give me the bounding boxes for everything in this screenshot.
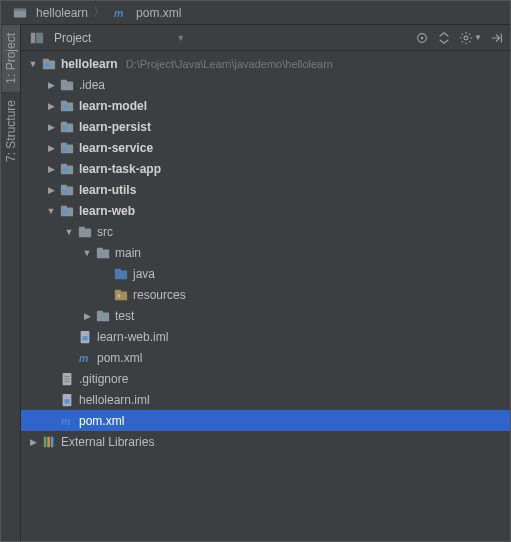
tree-row[interactable]: ▼learn-web xyxy=(21,200,510,221)
maven-icon: m xyxy=(112,5,128,21)
svg-rect-1 xyxy=(14,8,26,11)
chevron-right-icon[interactable]: ▶ xyxy=(45,184,57,196)
tree-row[interactable]: ▶learn-persist xyxy=(21,116,510,137)
tree-label: src xyxy=(97,225,113,239)
svg-rect-47 xyxy=(64,399,69,403)
tree-row[interactable]: ▶learn-model xyxy=(21,95,510,116)
sidebar-tab-structure[interactable]: 7: Structure xyxy=(2,92,20,170)
folder-icon xyxy=(95,245,111,261)
svg-rect-4 xyxy=(36,32,43,43)
module-icon xyxy=(59,203,75,219)
breadcrumb: hellolearn 〉 m pom.xml xyxy=(1,1,510,25)
tree-row[interactable]: resources xyxy=(21,284,510,305)
chevron-down-icon[interactable]: ▼ xyxy=(81,247,93,259)
tree-label: learn-task-app xyxy=(79,162,161,176)
svg-rect-50 xyxy=(47,436,50,447)
svg-rect-38 xyxy=(115,289,121,293)
chevron-down-icon[interactable]: ▼ xyxy=(63,226,75,238)
iml-icon xyxy=(59,392,75,408)
breadcrumb-separator: 〉 xyxy=(93,4,105,21)
tree-label: learn-utils xyxy=(79,183,136,197)
view-dropdown-icon[interactable]: ▼ xyxy=(176,33,185,43)
chevron-right-icon[interactable]: ▶ xyxy=(45,121,57,133)
source-icon xyxy=(113,266,129,282)
chevron-right-icon[interactable]: ▶ xyxy=(81,310,93,322)
tree-row[interactable]: ▼src xyxy=(21,221,510,242)
tree-row[interactable]: learn-web.iml xyxy=(21,326,510,347)
svg-rect-24 xyxy=(63,168,67,172)
svg-text:m: m xyxy=(79,352,88,364)
tree-row[interactable]: ▼main xyxy=(21,242,510,263)
svg-rect-29 xyxy=(61,205,67,209)
tree-label: learn-web xyxy=(79,204,135,218)
project-panel-header: Project ▼ ▼ xyxy=(21,25,510,51)
tree-label: resources xyxy=(133,288,186,302)
svg-point-6 xyxy=(421,36,424,39)
tree-row[interactable]: java xyxy=(21,263,510,284)
svg-rect-27 xyxy=(63,189,67,193)
chevron-right-icon[interactable]: ▶ xyxy=(45,100,57,112)
tree-row[interactable]: ▶.idea xyxy=(21,74,510,95)
svg-rect-49 xyxy=(44,436,47,447)
tree-row[interactable]: ▶learn-service xyxy=(21,137,510,158)
tree-row[interactable]: hellolearn.iml xyxy=(21,389,510,410)
folder-icon xyxy=(59,77,75,93)
tree-row[interactable]: ▶test xyxy=(21,305,510,326)
svg-rect-51 xyxy=(51,436,54,447)
tree-label: hellolearn.iml xyxy=(79,393,150,407)
tree-hint: D:\Project\Java\Learn\javademo\hellolear… xyxy=(126,58,333,70)
svg-rect-23 xyxy=(61,163,67,167)
tree-row[interactable]: ▶learn-task-app xyxy=(21,158,510,179)
tree-row[interactable]: .gitignore xyxy=(21,368,510,389)
svg-rect-14 xyxy=(61,100,67,104)
tree-row[interactable]: ▶learn-utils xyxy=(21,179,510,200)
tree-label: hellolearn xyxy=(61,57,118,71)
svg-rect-12 xyxy=(61,79,67,83)
svg-rect-9 xyxy=(43,58,49,62)
tree-row[interactable]: mpom.xml xyxy=(21,410,510,431)
file-icon xyxy=(59,371,75,387)
svg-rect-20 xyxy=(61,142,67,146)
module-icon xyxy=(59,98,75,114)
project-tree[interactable]: ▼hellolearnD:\Project\Java\Learn\javadem… xyxy=(21,51,510,541)
module-icon xyxy=(41,56,57,72)
breadcrumb-file[interactable]: m pom.xml xyxy=(107,5,184,21)
chevron-right-icon[interactable]: ▶ xyxy=(45,163,57,175)
svg-rect-10 xyxy=(45,63,49,67)
tree-label: .gitignore xyxy=(79,372,128,386)
chevron-down-icon[interactable]: ▼ xyxy=(27,58,39,70)
module-icon xyxy=(59,182,75,198)
svg-rect-17 xyxy=(61,121,67,125)
svg-rect-32 xyxy=(79,226,85,230)
gear-icon[interactable]: ▼ xyxy=(459,31,482,45)
tree-row[interactable]: ▼hellolearnD:\Project\Java\Learn\javadem… xyxy=(21,53,510,74)
tree-label: .idea xyxy=(79,78,105,92)
svg-rect-26 xyxy=(61,184,67,188)
tree-label: learn-service xyxy=(79,141,153,155)
breadcrumb-root[interactable]: hellolearn xyxy=(7,5,91,21)
chevron-right-icon[interactable]: ▶ xyxy=(45,79,57,91)
breadcrumb-file-label: pom.xml xyxy=(136,6,181,20)
tree-row[interactable]: ▶External Libraries xyxy=(21,431,510,452)
chevron-right-icon[interactable]: ▶ xyxy=(45,142,57,154)
chevron-right-icon[interactable]: ▶ xyxy=(27,436,39,448)
iml-icon xyxy=(77,329,93,345)
tree-row[interactable]: mpom.xml xyxy=(21,347,510,368)
breadcrumb-root-label: hellolearn xyxy=(36,6,88,20)
svg-rect-21 xyxy=(63,147,67,151)
panel-title: Project xyxy=(54,31,91,45)
project-view-icon xyxy=(29,30,45,46)
tool-window-sidebar: 1: Project 7: Structure xyxy=(1,25,21,541)
hide-icon[interactable] xyxy=(490,31,504,45)
svg-rect-41 xyxy=(97,310,103,314)
locate-icon[interactable] xyxy=(415,31,429,45)
svg-rect-43 xyxy=(82,336,87,340)
folder-icon xyxy=(95,308,111,324)
tree-label: learn-web.iml xyxy=(97,330,168,344)
collapse-icon[interactable] xyxy=(437,31,451,45)
resource-icon xyxy=(113,287,129,303)
sidebar-tab-project[interactable]: 1: Project xyxy=(2,25,20,92)
chevron-down-icon[interactable]: ▼ xyxy=(45,205,57,217)
tree-label: pom.xml xyxy=(97,351,142,365)
svg-text:m: m xyxy=(114,6,123,18)
